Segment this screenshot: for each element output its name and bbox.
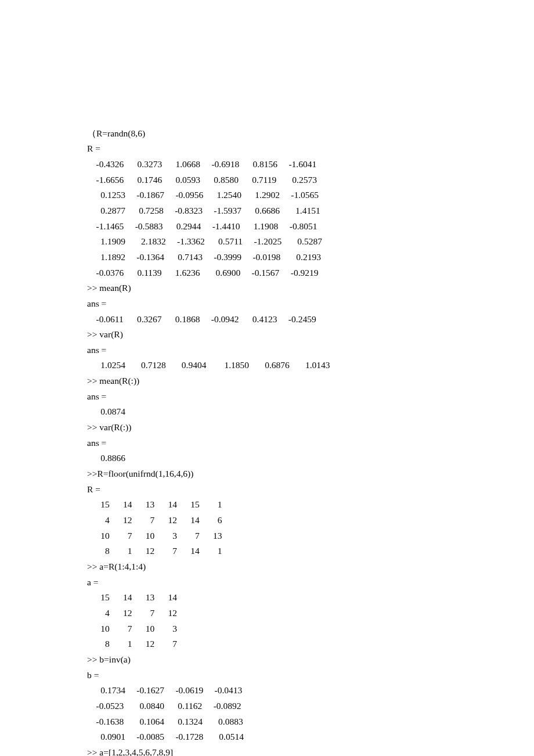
output-line: 10 7 10 3 [87,621,534,637]
output-line: 0.1253 -0.1867 -0.0956 1.2540 1.2902 -1.… [87,188,534,203]
output-line: 8 1 12 7 14 1 [87,543,534,559]
output-line: 0.2877 0.7258 -0.8323 -1.5937 0.6686 1.4… [87,203,534,219]
output-line: （R=randn(8,6) [87,126,534,142]
output-line: 1.1892 -0.1364 0.7143 -0.3999 -0.0198 0.… [87,250,534,265]
output-line: ans = [87,435,534,451]
output-line: >> mean(R) [87,280,534,296]
output-line: 1.0254 0.7128 0.9404 1.1850 0.6876 1.014… [87,358,534,373]
output-line: -0.0376 0.1139 1.6236 0.6900 -0.1567 -0.… [87,265,534,281]
output-line: b = [87,668,534,683]
output-line: 4 12 7 12 [87,606,534,621]
output-line: 0.1734 -0.1627 -0.0619 -0.0413 [87,683,534,699]
output-line: >> a=[1,2,3,4,5,6,7,8,9] [87,745,534,756]
output-line: 0.0874 [87,404,534,420]
output-line: a = [87,575,534,591]
output-line: ans = [87,343,534,358]
output-line: -1.6656 0.1746 0.0593 0.8580 0.7119 0.25… [87,172,534,188]
output-line: >> mean(R(:)) [87,373,534,389]
output-line: -0.1638 0.1064 0.1324 0.0883 [87,714,534,730]
output-line: >> var(R(:)) [87,420,534,435]
output-line: 15 14 13 14 15 1 [87,497,534,513]
output-line: ans = [87,296,534,312]
output-line: ans = [87,389,534,405]
output-line: >> b=inv(a) [87,652,534,668]
output-line: >>R=floor(unifrnd(1,16,4,6)) [87,466,534,482]
output-line: -0.0611 0.3267 0.1868 -0.0942 0.4123 -0.… [87,312,534,327]
output-line: R = [87,141,534,157]
output-line: 15 14 13 14 [87,590,534,606]
output-line: 10 7 10 3 7 13 [87,528,534,544]
output-line: >> a=R(1:4,1:4) [87,559,534,575]
output-line: 0.0901 -0.0085 -0.1728 0.0514 [87,729,534,745]
output-line: 8 1 12 7 [87,636,534,652]
output-line: -1.1465 -0.5883 0.2944 -1.4410 1.1908 -0… [87,219,534,235]
code-output: （R=randn(8,6)R = -0.4326 0.3273 1.0668 -… [87,126,534,756]
output-line: R = [87,482,534,498]
output-line: 0.8866 [87,451,534,466]
output-line: -0.4326 0.3273 1.0668 -0.6918 0.8156 -1.… [87,157,534,172]
output-line: -0.0523 0.0840 0.1162 -0.0892 [87,699,534,714]
output-line: >> var(R) [87,327,534,343]
output-line: 1.1909 2.1832 -1.3362 0.5711 -1.2025 0.5… [87,234,534,250]
output-line: 4 12 7 12 14 6 [87,513,534,528]
